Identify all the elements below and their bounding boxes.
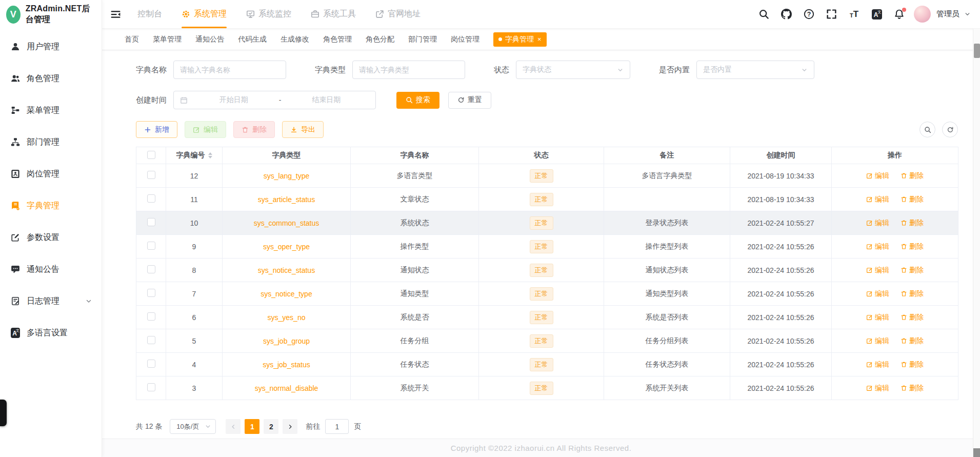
page-size-select[interactable]: 10条/页 <box>170 419 216 434</box>
builtin-select[interactable]: 是否内置 <box>696 61 814 79</box>
page-number-button[interactable]: 1 <box>245 419 259 434</box>
row-edit-button[interactable]: 编辑 <box>866 313 889 322</box>
next-page-button[interactable] <box>283 419 297 434</box>
scrollbar-thumb[interactable] <box>974 44 980 58</box>
row-edit-button[interactable]: 编辑 <box>866 171 889 181</box>
row-checkbox[interactable] <box>147 289 155 297</box>
row-edit-button[interactable]: 编辑 <box>866 360 889 369</box>
dict-type-link[interactable]: sys_notice_status <box>258 266 315 274</box>
table-column-header[interactable]: 状态 <box>479 147 604 164</box>
dict-type-link[interactable]: sys_common_status <box>254 219 319 227</box>
search-icon[interactable] <box>758 9 769 19</box>
row-delete-button[interactable]: 删除 <box>901 171 924 181</box>
sidebar-item[interactable]: 角色管理 <box>0 63 102 94</box>
row-checkbox[interactable] <box>147 242 155 250</box>
table-column-header[interactable]: 备注 <box>604 147 730 164</box>
page-tab[interactable]: 角色管理 <box>323 35 352 44</box>
drawer-handle[interactable] <box>0 400 7 426</box>
top-nav-item[interactable]: 系统监控 <box>246 0 291 28</box>
sidebar-item[interactable]: 字典管理 <box>0 190 102 222</box>
table-column-header[interactable]: 字典类型 <box>223 147 351 164</box>
top-nav-item[interactable]: 系统工具 <box>311 0 356 28</box>
page-tab[interactable]: 生成修改 <box>281 35 309 44</box>
row-edit-button[interactable]: 编辑 <box>866 266 889 275</box>
user-menu-chevron-icon[interactable] <box>964 11 971 17</box>
sidebar-item[interactable]: 岗位管理 <box>0 158 102 190</box>
table-column-header[interactable]: 字典编号 <box>166 147 223 164</box>
sort-caret-icon[interactable] <box>208 152 212 158</box>
help-icon[interactable]: ? <box>804 9 814 19</box>
sidebar-item[interactable]: A文 多语言设置 <box>0 317 102 349</box>
sidebar-collapse-button[interactable] <box>110 10 121 19</box>
dict-type-link[interactable]: sys_notice_type <box>261 290 312 298</box>
sidebar-item[interactable]: 日志管理 <box>0 285 102 317</box>
row-delete-button[interactable]: 删除 <box>901 242 924 251</box>
export-button[interactable]: 导出 <box>282 121 324 138</box>
dict-type-link[interactable]: sys_job_group <box>263 337 310 345</box>
username[interactable]: 管理员 <box>936 9 959 19</box>
sidebar-item[interactable]: 用户管理 <box>0 31 102 63</box>
row-delete-button[interactable]: 删除 <box>901 266 924 275</box>
row-delete-button[interactable]: 删除 <box>901 313 924 322</box>
table-column-header[interactable]: 操作 <box>832 147 958 164</box>
page-number-button[interactable]: 2 <box>264 419 278 434</box>
row-edit-button[interactable]: 编辑 <box>866 218 889 228</box>
table-column-header[interactable]: 创建时间 <box>730 147 832 164</box>
delete-button[interactable]: 删除 <box>233 121 275 138</box>
top-nav-item[interactable]: 控制台 <box>137 0 162 28</box>
reset-button[interactable]: 重置 <box>448 92 491 109</box>
dict-type-link[interactable]: sys_article_status <box>258 195 315 204</box>
edit-button[interactable]: 编辑 <box>185 121 226 138</box>
sidebar-item[interactable]: 菜单管理 <box>0 94 102 126</box>
row-delete-button[interactable]: 删除 <box>901 384 924 393</box>
prev-page-button[interactable] <box>226 419 241 434</box>
fullscreen-icon[interactable] <box>826 9 837 19</box>
add-button[interactable]: 新增 <box>136 121 177 138</box>
status-select[interactable]: 字典状态 <box>516 61 630 79</box>
tab-close-icon[interactable]: × <box>537 36 542 43</box>
dict-type-link[interactable]: sys_job_status <box>263 361 310 369</box>
dict-name-input[interactable] <box>173 61 286 79</box>
row-checkbox[interactable] <box>147 194 155 203</box>
dict-type-link[interactable]: sys_oper_type <box>263 243 310 251</box>
row-edit-button[interactable]: 编辑 <box>866 336 889 346</box>
row-edit-button[interactable]: 编辑 <box>866 384 889 393</box>
table-refresh-button[interactable] <box>942 122 958 137</box>
page-tab[interactable]: 通知公告 <box>195 35 224 44</box>
language-icon[interactable]: A文 <box>871 9 882 19</box>
page-scrollbar[interactable] <box>973 29 980 457</box>
notification-bell-icon[interactable] <box>894 9 905 19</box>
row-checkbox[interactable] <box>147 312 155 321</box>
dict-type-link[interactable]: sys_normal_disable <box>255 384 318 392</box>
row-delete-button[interactable]: 删除 <box>901 289 924 299</box>
select-all-checkbox[interactable] <box>147 151 155 159</box>
row-checkbox[interactable] <box>147 360 155 368</box>
row-delete-button[interactable]: 删除 <box>901 218 924 228</box>
date-range-picker[interactable]: 开始日期 - 结束日期 <box>173 91 376 109</box>
row-checkbox[interactable] <box>147 383 155 391</box>
top-nav-item[interactable]: 官网地址 <box>375 0 421 28</box>
row-checkbox[interactable] <box>147 265 155 273</box>
goto-page-input[interactable] <box>325 419 349 434</box>
page-tab[interactable]: 字典管理 × <box>493 32 547 47</box>
row-checkbox[interactable] <box>147 336 155 344</box>
table-column-header[interactable]: 字典名称 <box>351 147 479 164</box>
date-end-placeholder[interactable]: 结束日期 <box>283 95 369 105</box>
sidebar-item[interactable]: 部门管理 <box>0 126 102 158</box>
page-tab[interactable]: 菜单管理 <box>153 35 182 44</box>
row-checkbox[interactable] <box>147 218 155 226</box>
table-search-button[interactable] <box>919 122 935 137</box>
row-edit-button[interactable]: 编辑 <box>866 195 889 204</box>
sidebar-item[interactable]: 参数设置 <box>0 222 102 253</box>
sidebar-item[interactable]: 通知公告 <box>0 253 102 285</box>
dict-type-link[interactable]: sys_lang_type <box>264 172 310 180</box>
date-start-placeholder[interactable]: 开始日期 <box>191 95 277 105</box>
page-tab[interactable]: 首页 <box>125 35 139 44</box>
page-tab[interactable]: 代码生成 <box>238 35 267 44</box>
row-checkbox[interactable] <box>147 171 155 179</box>
row-delete-button[interactable]: 删除 <box>901 336 924 346</box>
row-edit-button[interactable]: 编辑 <box>866 242 889 251</box>
search-button[interactable]: 搜索 <box>396 92 439 109</box>
dict-type-link[interactable]: sys_yes_no <box>268 313 306 322</box>
page-tab[interactable]: 岗位管理 <box>451 35 479 44</box>
